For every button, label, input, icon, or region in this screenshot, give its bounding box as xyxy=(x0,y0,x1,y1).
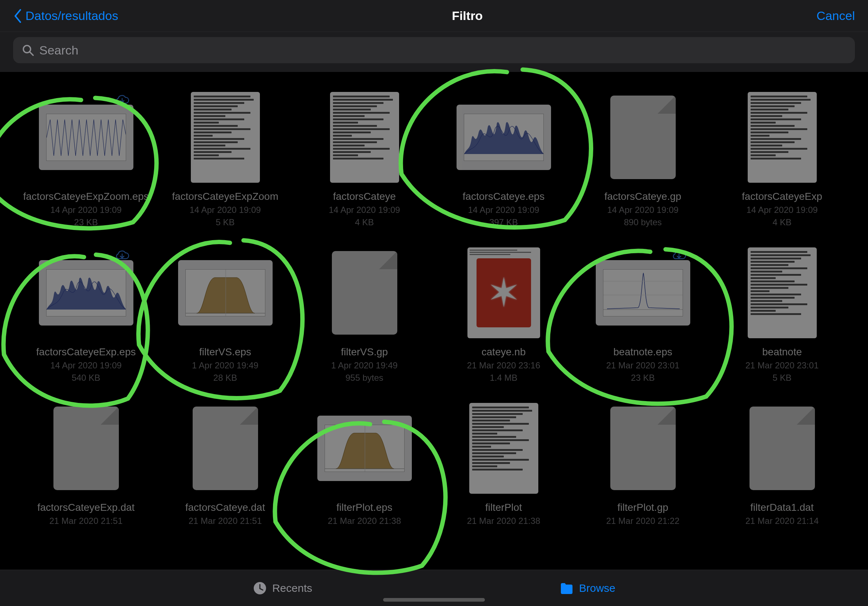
file-name: factorsCateyeExp xyxy=(742,190,822,203)
file-date: 21 Mar 2020 23:16 xyxy=(467,360,540,371)
file-item[interactable]: beatnote21 Mar 2020 23:015 KB xyxy=(721,246,844,383)
file-thumbnail xyxy=(39,246,133,340)
file-name: filterPlot.eps xyxy=(336,501,392,514)
chevron-left-icon xyxy=(13,9,22,23)
file-item[interactable]: factorsCateyeExpZoom.eps14 Apr 2020 19:0… xyxy=(24,90,148,227)
file-size: 890 bytes xyxy=(624,217,662,227)
file-name: filterVS.gp xyxy=(341,346,388,358)
file-size: 5 KB xyxy=(215,217,234,227)
tab-recents[interactable]: Recents xyxy=(253,581,312,595)
file-size: 540 KB xyxy=(71,373,100,383)
clock-icon xyxy=(253,581,267,595)
file-thumbnail xyxy=(317,401,412,496)
file-item[interactable]: filterPlot.eps21 Mar 2020 21:38 xyxy=(303,401,426,528)
file-thumbnail xyxy=(39,401,133,496)
file-name: factorsCateyeExp.dat xyxy=(37,501,135,514)
file-size: 4 KB xyxy=(772,217,791,227)
file-thumbnail xyxy=(457,401,551,496)
file-name: factorsCateyeExpZoom xyxy=(172,190,278,203)
file-item[interactable]: ✶cateye.nb21 Mar 2020 23:161.4 MB xyxy=(442,246,566,383)
file-date: 21 Mar 2020 21:38 xyxy=(328,516,401,526)
file-thumbnail xyxy=(178,246,273,340)
file-date: 21 Mar 2020 21:51 xyxy=(50,516,122,526)
file-thumbnail: ✶ xyxy=(457,246,551,340)
file-thumbnail xyxy=(596,246,690,340)
file-date: 1 Apr 2020 19:49 xyxy=(331,360,398,371)
file-name: beatnote.eps xyxy=(614,346,673,358)
back-label: Datos/resultados xyxy=(25,9,118,23)
file-size: 1.4 MB xyxy=(490,373,517,383)
home-indicator[interactable] xyxy=(383,598,485,601)
cloud-download-icon xyxy=(115,249,130,261)
file-name: filterPlot.gp xyxy=(617,501,668,514)
tab-browse[interactable]: Browse xyxy=(560,581,615,595)
file-name: cateye.nb xyxy=(482,346,525,358)
file-item[interactable]: filterData1.dat21 Mar 2020 21:14 xyxy=(721,401,844,528)
file-item[interactable]: factorsCateye.dat21 Mar 2020 21:51 xyxy=(164,401,287,528)
file-size: 23 KB xyxy=(631,373,655,383)
file-name: filterPlot xyxy=(485,501,522,514)
file-name: beatnote xyxy=(762,346,802,358)
file-date: 21 Mar 2020 23:01 xyxy=(746,360,818,371)
file-thumbnail xyxy=(178,401,273,496)
file-item[interactable]: filterPlot.gp21 Mar 2020 21:22 xyxy=(581,401,705,528)
file-item[interactable]: factorsCateyeExp.dat21 Mar 2020 21:51 xyxy=(24,401,148,528)
file-name: factorsCateyeExp.eps xyxy=(36,346,136,358)
file-date: 21 Mar 2020 21:51 xyxy=(189,516,262,526)
file-thumbnail xyxy=(735,246,829,340)
file-date: 14 Apr 2020 19:09 xyxy=(607,205,678,215)
file-size: 23 KB xyxy=(74,217,98,227)
file-size: 4 KB xyxy=(355,217,374,227)
cancel-button[interactable]: Cancel xyxy=(816,9,855,23)
file-item[interactable]: factorsCateye.eps14 Apr 2020 19:09397 KB xyxy=(442,90,566,227)
file-size: 397 KB xyxy=(489,217,518,227)
file-date: 21 Mar 2020 21:14 xyxy=(746,516,818,526)
file-date: 21 Mar 2020 21:22 xyxy=(606,516,679,526)
file-thumbnail xyxy=(596,401,690,496)
file-thumbnail xyxy=(735,90,829,185)
file-name: filterVS.eps xyxy=(199,346,251,358)
file-item[interactable]: factorsCateyeExpZoom14 Apr 2020 19:095 K… xyxy=(164,90,287,227)
file-item[interactable]: factorsCateye.gp14 Apr 2020 19:09890 byt… xyxy=(581,90,705,227)
file-thumbnail xyxy=(596,90,690,185)
cloud-download-icon xyxy=(115,94,130,105)
file-item[interactable]: factorsCateyeExp14 Apr 2020 19:094 KB xyxy=(721,90,844,227)
cloud-download-icon xyxy=(671,249,687,261)
file-date: 21 Mar 2020 21:38 xyxy=(467,516,540,526)
file-name: filterData1.dat xyxy=(750,501,814,514)
file-thumbnail xyxy=(317,90,412,185)
file-item[interactable]: factorsCateyeExp.eps14 Apr 2020 19:09540… xyxy=(24,246,148,383)
file-name: factorsCateye.eps xyxy=(463,190,545,203)
file-item[interactable]: beatnote.eps21 Mar 2020 23:0123 KB xyxy=(581,246,705,383)
file-item[interactable]: filterVS.gp1 Apr 2020 19:49955 bytes xyxy=(303,246,426,383)
file-size: 955 bytes xyxy=(345,373,383,383)
file-size: 5 KB xyxy=(772,373,791,383)
file-item[interactable]: factorsCateye14 Apr 2020 19:094 KB xyxy=(303,90,426,227)
file-name: factorsCateye.gp xyxy=(604,190,682,203)
file-thumbnail xyxy=(317,246,412,340)
search-field[interactable] xyxy=(13,37,855,63)
file-name: factorsCateyeExpZoom.eps xyxy=(23,190,149,203)
file-date: 14 Apr 2020 19:09 xyxy=(50,360,121,371)
file-date: 1 Apr 2020 19:49 xyxy=(192,360,259,371)
file-name: factorsCateye xyxy=(333,190,396,203)
file-date: 14 Apr 2020 19:09 xyxy=(329,205,400,215)
folder-icon xyxy=(560,581,574,595)
file-thumbnail xyxy=(735,401,829,496)
search-icon xyxy=(22,44,34,56)
file-item[interactable]: filterPlot21 Mar 2020 21:38 xyxy=(442,401,566,528)
file-item[interactable]: filterVS.eps1 Apr 2020 19:4928 KB xyxy=(164,246,287,383)
file-date: 14 Apr 2020 19:09 xyxy=(189,205,260,215)
file-name: factorsCateye.dat xyxy=(185,501,265,514)
tab-recents-label: Recents xyxy=(272,582,312,594)
page-title: Filtro xyxy=(452,9,483,23)
back-button[interactable]: Datos/resultados xyxy=(13,9,118,23)
file-date: 14 Apr 2020 19:09 xyxy=(50,205,121,215)
file-date: 14 Apr 2020 19:09 xyxy=(746,205,817,215)
nav-bar: Datos/resultados Filtro Cancel xyxy=(0,0,868,32)
file-grid: factorsCateyeExpZoom.eps14 Apr 2020 19:0… xyxy=(0,72,868,586)
search-row xyxy=(0,32,868,72)
file-thumbnail xyxy=(39,90,133,185)
search-input[interactable] xyxy=(39,43,846,57)
file-thumbnail xyxy=(178,90,273,185)
